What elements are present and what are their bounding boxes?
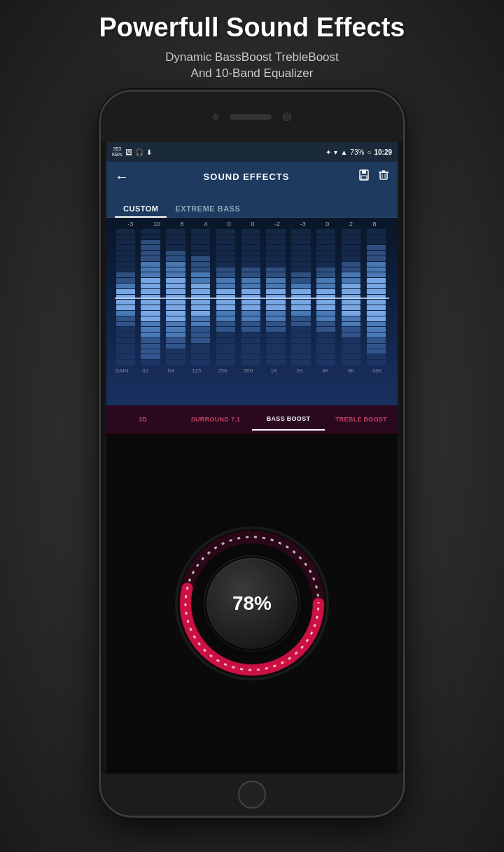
bass-section: 78% <box>106 433 398 774</box>
app-bar: ← SOUND EFFECTS <box>106 162 398 191</box>
home-button[interactable] <box>238 781 266 809</box>
bass-boost-percentage: 78% <box>232 592 272 615</box>
freq-gain: GAIN <box>115 368 130 374</box>
eq-val-5: 0 <box>251 221 254 228</box>
status-left: 353KB/s 🖼 🎧 ⬇ <box>112 146 152 157</box>
eq-val-3: 4 <box>204 221 207 228</box>
freq-500: 500 <box>236 368 260 374</box>
status-speed: 353KB/s <box>112 146 122 157</box>
phone-screen: 353KB/s 🖼 🎧 ⬇ ✦ ▾ ▲ 73% ○ 10:29 ← SOUND … <box>106 142 398 774</box>
eq-val-2: 8 <box>181 221 184 228</box>
freq-125: 125 <box>185 368 209 374</box>
freq-8k: 8K <box>339 368 363 374</box>
freq-64: 64 <box>159 368 183 374</box>
freq-16k: 16K <box>365 368 389 374</box>
status-right: ✦ ▾ ▲ 73% ○ 10:29 <box>326 148 392 156</box>
preset-tabs: CUSTOM EXTREME BASS <box>106 191 398 218</box>
phone-frame: 353KB/s 🖼 🎧 ⬇ ✦ ▾ ▲ 73% ○ 10:29 ← SOUND … <box>99 90 405 818</box>
phone-top-bezel <box>101 92 403 142</box>
header-section: Powerfull Sound Effects Dynamic BassBoos… <box>0 13 504 82</box>
download-icon: ⬇ <box>146 148 152 156</box>
eq-val-0: -3 <box>127 221 133 228</box>
eq-section: -3 10 8 4 0 0 -2 -3 0 2 8 GAIN 32 64 <box>106 218 398 405</box>
app-bar-title: SOUND EFFECTS <box>134 172 358 182</box>
eq-val-4: 0 <box>227 221 231 228</box>
app-bar-actions <box>358 169 389 183</box>
save-button[interactable] <box>358 169 370 183</box>
freq-4k: 4K <box>314 368 338 374</box>
image-icon: 🖼 <box>125 148 132 156</box>
signal-icon: ▲ <box>340 148 347 156</box>
tab-surround[interactable]: SURROUND 7.1 <box>179 409 252 430</box>
eq-val-1: 10 <box>153 221 160 228</box>
eq-freq-row: GAIN 32 64 125 250 500 1K 2K 4K 8K 16K <box>112 365 392 376</box>
tab-extreme-bass[interactable]: EXTREME BASS <box>167 200 248 217</box>
delete-button[interactable] <box>378 169 389 183</box>
tab-3d[interactable]: 3D <box>106 409 179 430</box>
freq-2k: 2K <box>288 368 312 374</box>
header-title: Powerfull Sound Effects <box>0 13 504 43</box>
eq-val-7: -3 <box>300 221 306 228</box>
bass-knob-container[interactable]: 78% <box>175 526 329 680</box>
phone-camera <box>283 113 291 121</box>
eq-values-row: -3 10 8 4 0 0 -2 -3 0 2 8 <box>112 218 392 229</box>
front-camera <box>213 114 218 120</box>
tab-treble-boost[interactable]: TREBLE BOOST <box>325 409 398 430</box>
freq-250: 250 <box>210 368 234 374</box>
status-bar: 353KB/s 🖼 🎧 ⬇ ✦ ▾ ▲ 73% ○ 10:29 <box>106 142 398 162</box>
phone-bottom-bezel <box>101 774 403 816</box>
freq-32: 32 <box>133 368 158 374</box>
knob-center: 78% <box>206 558 298 649</box>
wifi-icon: ▾ <box>334 148 337 156</box>
svg-rect-2 <box>361 176 367 179</box>
svg-rect-3 <box>380 172 387 179</box>
eq-val-10: 8 <box>373 221 377 228</box>
header-subtitle: Dynamic BassBoost TrebleBoost And 10-Ban… <box>0 49 504 83</box>
eq-center-line <box>115 298 389 299</box>
tab-custom[interactable]: CUSTOM <box>115 200 167 217</box>
battery-icon: ○ <box>367 148 371 156</box>
back-button[interactable]: ← <box>115 169 129 185</box>
effect-tabs: 3D SURROUND 7.1 BASS BOOST TREBLE BOOST <box>106 405 398 433</box>
battery-level: 73% <box>350 148 364 156</box>
tab-bass-boost[interactable]: BASS BOOST <box>252 408 325 431</box>
eq-val-9: 2 <box>349 221 353 228</box>
phone-speaker <box>230 114 272 120</box>
eq-bars-container <box>112 229 392 365</box>
bluetooth-icon: ✦ <box>326 148 331 156</box>
headphone-icon: 🎧 <box>135 148 144 156</box>
time-display: 10:29 <box>374 148 392 156</box>
freq-1k: 1K <box>262 368 286 374</box>
svg-rect-1 <box>362 170 366 174</box>
eq-val-6: -2 <box>274 221 280 228</box>
eq-val-8: 0 <box>326 221 329 228</box>
